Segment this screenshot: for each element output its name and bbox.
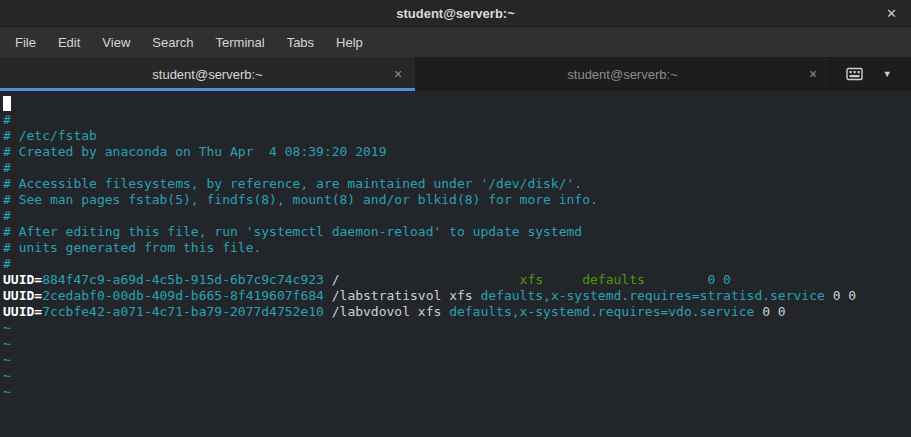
terminal-line: # units generated from this file.: [3, 240, 911, 256]
terminal-line: # Accessible filesystems, by reference, …: [3, 176, 911, 192]
terminal-lines: ## /etc/fstab# Created by anaconda on Th…: [3, 96, 911, 416]
terminal-text: 0 0: [645, 272, 731, 287]
vim-status-line: 1,0-1 All: [3, 418, 911, 434]
vim-cursor: [3, 96, 11, 111]
terminal-text: 0 0: [754, 304, 785, 319]
terminal-text: xfs: [449, 288, 480, 303]
terminal-text: # See man pages fstab(5), findfs(8), mou…: [3, 192, 598, 207]
terminal-text: # units generated from this file.: [3, 240, 261, 255]
terminal-line: # See man pages fstab(5), findfs(8), mou…: [3, 192, 911, 208]
tabbar: student@serverb:~×student@serverb:~× ▼: [0, 57, 911, 91]
terminal-text: ~: [3, 336, 11, 351]
window-close-icon[interactable]: ✕: [880, 0, 903, 26]
menubar: FileEditViewSearchTerminalTabsHelp: [0, 27, 911, 57]
terminal-line: UUID=7ccbfe42-a071-4c71-ba79-2077d4752e1…: [3, 304, 911, 320]
terminal-text: #: [3, 112, 11, 127]
window-titlebar[interactable]: student@serverb:~ ✕: [0, 0, 911, 27]
terminal-text: # After editing this file, run 'systemct…: [3, 224, 582, 239]
terminal-text: defaults,x-systemd.requires=vdo.service: [449, 304, 754, 319]
terminal-text: ~: [3, 320, 11, 335]
window-title: student@serverb:~: [396, 6, 515, 21]
terminal-line: #: [3, 160, 911, 176]
chevron-down-icon[interactable]: ▼: [879, 65, 896, 83]
tab-label: student@serverb:~: [34, 67, 381, 82]
terminal-text: xfs: [520, 272, 543, 287]
terminal-text: UUID=: [3, 272, 42, 287]
terminal-line: [3, 96, 911, 112]
terminal-text: ~: [3, 368, 11, 383]
tab-close-icon[interactable]: ×: [796, 66, 830, 82]
terminal-text: #: [3, 160, 11, 175]
terminal-line: UUID=884f47c9-a69d-4c5b-915d-6b7c9c74c92…: [3, 272, 911, 288]
terminal-text: 7ccbfe42-a071-4c71-ba79-2077d4752e10: [42, 304, 324, 319]
terminal-line: #: [3, 256, 911, 272]
terminal-text: /labvdovol: [324, 304, 418, 319]
terminal-line: ~: [3, 368, 911, 384]
terminal-line: #: [3, 208, 911, 224]
terminal-line: UUID=2cedabf0-00db-409d-b665-8f419607f68…: [3, 288, 911, 304]
terminal-line: [3, 400, 911, 416]
terminal-text: [543, 272, 582, 287]
tab-label: student@serverb:~: [449, 67, 796, 82]
terminal-text: #: [3, 208, 11, 223]
terminal-text: 2cedabf0-00db-409d-b665-8f419607f684: [42, 288, 324, 303]
terminal-text: # /etc/fstab: [3, 128, 97, 143]
menu-item-view[interactable]: View: [91, 30, 141, 55]
terminal-line: ~: [3, 384, 911, 400]
terminal-line: # /etc/fstab: [3, 128, 911, 144]
terminal-text: #: [3, 256, 11, 271]
tab-switcher-icon[interactable]: [846, 67, 863, 81]
terminal-text: /: [324, 272, 520, 287]
terminal-text: ~: [3, 384, 11, 399]
terminal-text: # Accessible filesystems, by reference, …: [3, 176, 582, 191]
terminal-tab-1[interactable]: student@serverb:~×: [0, 57, 415, 91]
menu-item-tabs[interactable]: Tabs: [276, 30, 325, 55]
terminal-text: /labstratisvol: [324, 288, 449, 303]
terminal-text: UUID=: [3, 304, 42, 319]
tabbar-extras: ▼: [830, 57, 911, 91]
menu-item-file[interactable]: File: [4, 30, 47, 55]
menu-item-terminal[interactable]: Terminal: [205, 30, 276, 55]
terminal-line: ~: [3, 336, 911, 352]
terminal-line: # After editing this file, run 'systemct…: [3, 224, 911, 240]
terminal-line: ~: [3, 352, 911, 368]
terminal-line: ~: [3, 320, 911, 336]
menu-item-edit[interactable]: Edit: [47, 30, 91, 55]
tab-close-icon[interactable]: ×: [381, 66, 415, 82]
menu-item-help[interactable]: Help: [325, 30, 374, 55]
menu-item-search[interactable]: Search: [141, 30, 204, 55]
terminal-screen[interactable]: ## /etc/fstab# Created by anaconda on Th…: [0, 91, 911, 437]
tabs-container: student@serverb:~×student@serverb:~×: [0, 57, 830, 91]
terminal-line: # Created by anaconda on Thu Apr 4 08:39…: [3, 144, 911, 160]
terminal-text: ~: [3, 352, 11, 367]
terminal-text: defaults: [582, 272, 645, 287]
terminal-text: 884f47c9-a69d-4c5b-915d-6b7c9c74c923: [42, 272, 324, 287]
terminal-text: # Created by anaconda on Thu Apr 4 08:39…: [3, 144, 387, 159]
terminal-tab-2[interactable]: student@serverb:~×: [415, 57, 830, 91]
terminal-line: #: [3, 112, 911, 128]
terminal-text: 0 0: [825, 288, 856, 303]
terminal-text: xfs: [418, 304, 449, 319]
terminal-text: UUID=: [3, 288, 42, 303]
terminal-text: defaults,x-systemd.requires=stratisd.ser…: [480, 288, 824, 303]
